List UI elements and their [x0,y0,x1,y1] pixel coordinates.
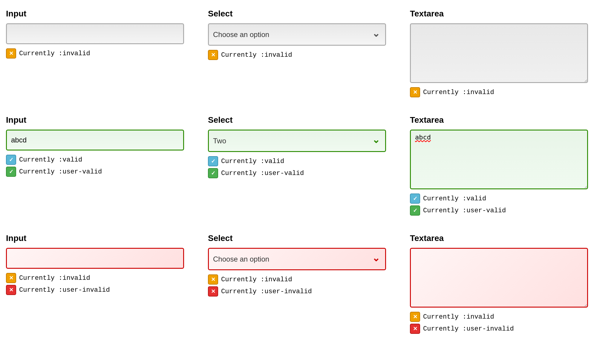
cell-col2-sec0: Input✕Currently :invalid✕Currently :user… [6,234,184,334]
status-item-1: ✕Currently :user-invalid [6,285,184,295]
cell-col0-sec2: Textarea✕Currently :invalid [410,9,588,97]
input-field[interactable] [6,130,184,150]
status-item-0: ✕Currently :invalid [410,87,588,97]
status-text: Currently :valid [423,195,486,202]
status-list: ✓Currently :valid✓Currently :user-valid [410,193,588,216]
green-badge-icon: ✓ [208,168,218,178]
cell-col2-sec1: SelectChoose an optionOneTwoThree⌄✕Curre… [208,234,386,334]
main-grid: Input✕Currently :invalidSelectChoose an … [6,9,588,334]
select-wrapper: Choose an optionOneTwoThree⌄ [208,248,386,270]
green-badge-icon: ✓ [6,167,16,177]
textarea-field[interactable] [410,248,588,308]
status-text: Currently :invalid [19,50,90,57]
blue-badge-icon: ✓ [208,156,218,166]
orange-badge-icon: ✕ [6,48,16,59]
section-label: Select [208,9,386,19]
status-item-0: ✕Currently :invalid [6,273,184,283]
status-text: Currently :invalid [221,276,292,283]
status-list: ✕Currently :invalid [208,50,386,60]
section-label: Textarea [410,234,588,243]
status-text: Currently :user-valid [423,207,506,214]
status-text: Currently :user-invalid [19,286,110,294]
status-item-1: ✕Currently :user-invalid [410,324,588,334]
section-label: Input [6,9,184,19]
section-label: Input [6,115,184,125]
blue-badge-icon: ✓ [410,193,420,204]
status-text: Currently :invalid [423,313,494,321]
orange-badge-icon: ✕ [208,50,218,60]
status-item-0: ✕Currently :invalid [208,50,386,60]
cell-col1-sec0: Input✓Currently :valid✓Currently :user-v… [6,115,184,216]
status-item-0: ✕Currently :invalid [410,312,588,322]
cell-col0-sec1: SelectChoose an optionOneTwoThree⌄✕Curre… [208,9,386,97]
status-text: Currently :invalid [423,89,494,96]
select-wrapper: Choose an optionOneTwoThree⌄ [208,130,386,152]
cell-col1-sec1: SelectChoose an optionOneTwoThree⌄✓Curre… [208,115,386,216]
status-list: ✕Currently :invalid✕Currently :user-inva… [410,312,588,334]
status-item-0: ✓Currently :valid [410,193,588,204]
status-text: Currently :user-invalid [221,288,312,295]
section-label: Select [208,115,386,125]
section-label: Textarea [410,115,588,125]
status-list: ✕Currently :invalid [410,87,588,97]
input-field[interactable] [6,248,184,269]
blue-badge-icon: ✓ [6,155,16,165]
section-label: Input [6,234,184,243]
status-item-1: ✕Currently :user-invalid [208,286,386,297]
status-text: Currently :user-valid [19,168,102,176]
orange-badge-icon: ✕ [208,274,218,285]
red-badge-icon: ✕ [410,324,420,334]
textarea-field[interactable] [410,23,588,83]
orange-badge-icon: ✕ [410,87,420,97]
green-badge-icon: ✓ [410,205,420,216]
status-list: ✓Currently :valid✓Currently :user-valid [6,155,184,177]
orange-badge-icon: ✕ [410,312,420,322]
orange-badge-icon: ✕ [6,273,16,283]
select-field[interactable]: Choose an optionOneTwoThree [208,248,386,270]
red-badge-icon: ✕ [6,285,16,295]
select-field[interactable]: Choose an optionOneTwoThree [208,23,386,46]
status-list: ✕Currently :invalid [6,48,184,59]
status-text: Currently :user-invalid [423,325,514,333]
select-wrapper: Choose an optionOneTwoThree⌄ [208,23,386,46]
status-list: ✕Currently :invalid✕Currently :user-inva… [208,274,386,297]
cell-col0-sec0: Input✕Currently :invalid [6,9,184,97]
status-list: ✕Currently :invalid✕Currently :user-inva… [6,273,184,295]
status-item-0: ✕Currently :invalid [208,274,386,285]
status-item-1: ✓Currently :user-valid [6,167,184,177]
status-text: Currently :valid [221,158,284,165]
select-field[interactable]: Choose an optionOneTwoThree [208,130,386,152]
status-text: Currently :invalid [19,274,90,282]
section-label: Select [208,234,386,243]
input-field[interactable] [6,23,184,44]
status-item-1: ✓Currently :user-valid [410,205,588,216]
status-text: Currently :valid [19,156,82,164]
status-item-0: ✓Currently :valid [208,156,386,166]
textarea-field[interactable] [410,130,588,189]
cell-col2-sec2: Textarea✕Currently :invalid✕Currently :u… [410,234,588,334]
status-text: Currently :user-valid [221,170,304,177]
status-list: ✓Currently :valid✓Currently :user-valid [208,156,386,178]
red-badge-icon: ✕ [208,286,218,297]
status-text: Currently :invalid [221,51,292,59]
status-item-1: ✓Currently :user-valid [208,168,386,178]
cell-col1-sec2: Textarea✓Currently :valid✓Currently :use… [410,115,588,216]
status-item-0: ✕Currently :invalid [6,48,184,59]
section-label: Textarea [410,9,588,19]
status-item-0: ✓Currently :valid [6,155,184,165]
